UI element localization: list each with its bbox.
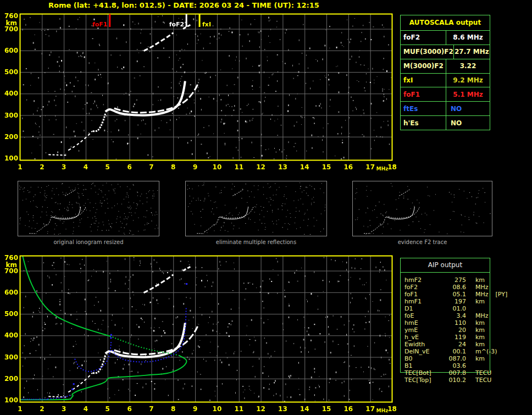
- table-row: TEC[Bot]007.8TECU: [404, 369, 491, 377]
- param-unit: MHz: [475, 312, 489, 319]
- param-label: TEC[Bot]: [404, 369, 444, 377]
- param-unit: km: [475, 298, 485, 305]
- table-row: B103.6: [404, 362, 491, 369]
- param-label: Ewidth: [404, 341, 444, 348]
- table-row: TEC[Top]010.2TECU: [404, 377, 491, 384]
- autoscala-table-rows: foF28.6 MHzMUF(3000)F227.7 MHzM(3000)F23…: [401, 31, 490, 130]
- param-value: 9.2 MHz: [446, 76, 490, 84]
- table-row: ymE20km: [404, 327, 491, 334]
- param-unit: km: [475, 355, 485, 362]
- param-label: hmF1: [404, 298, 444, 305]
- thumbnail-eliminate-reflections: [185, 181, 327, 236]
- param-label: foF1: [401, 87, 446, 101]
- param-label: TEC[Top]: [404, 377, 444, 384]
- param-unit: MHz: [475, 291, 489, 298]
- table-row: hmF1197km: [404, 298, 491, 305]
- param-unit: TECU: [475, 377, 491, 384]
- param-label: ymE: [404, 327, 444, 334]
- param-label: foF2: [401, 31, 446, 45]
- param-value: 20: [444, 327, 466, 334]
- param-value: 01.0: [444, 305, 466, 312]
- table-row: B0087.0km: [404, 355, 491, 362]
- param-unit: km: [475, 341, 485, 348]
- param-label: h_vE: [404, 334, 444, 341]
- table-row: ftEsNO: [401, 102, 490, 116]
- param-value: 275: [444, 276, 466, 284]
- ionogram-plot-top: [0, 10, 398, 173]
- table-row: Ewidth24km: [404, 341, 491, 348]
- param-label: D1: [404, 305, 444, 312]
- param-label: fxI: [401, 74, 446, 87]
- table-row: foF105.1MHz[PY]: [404, 291, 491, 298]
- param-unit: m^(-3): [475, 348, 497, 355]
- param-value: 119: [444, 334, 466, 341]
- thumbnail-caption: eliminate multiple reflections: [185, 239, 327, 245]
- thumbnail-original-ionogram: [18, 181, 159, 236]
- table-row: foF28.6 MHz: [401, 31, 490, 45]
- param-label: foE: [404, 312, 444, 319]
- autoscala-screen: { "header": { "title": "Rome (lat: +41.8…: [0, 0, 532, 415]
- param-value: 08.6: [444, 284, 466, 291]
- param-label: B1: [404, 362, 444, 369]
- param-unit: km: [475, 334, 485, 341]
- aip-table-rows: hmF2275kmfoF208.6MHzfoF105.1MHz[PY]hmF11…: [404, 276, 491, 384]
- param-value: 007.8: [444, 369, 466, 377]
- autoscala-output-table: AUTOSCALA output foF28.6 MHzMUF(3000)F22…: [400, 15, 490, 130]
- thumbnail-evidence-f2-trace: [352, 181, 492, 236]
- window-title: Rome (lat: +41.8, lon: 012.5) - DATE: 20…: [48, 1, 319, 9]
- param-label: hmE: [404, 319, 444, 327]
- param-label: DelN_vE: [404, 348, 444, 355]
- table-row: h'EsNO: [401, 116, 490, 130]
- param-label: h'Es: [401, 116, 446, 130]
- autoscala-table-title: AUTOSCALA output: [401, 15, 490, 31]
- param-value: 24: [444, 341, 466, 348]
- param-label: M(3000)F2: [401, 59, 446, 73]
- param-label: foF1: [404, 291, 444, 298]
- thumbnail-caption: original ionogram resized: [18, 239, 159, 245]
- param-value: 197: [444, 298, 466, 305]
- param-label: hmF2: [404, 276, 444, 284]
- table-row: D101.0: [404, 305, 491, 312]
- param-value: 8.6 MHz: [446, 34, 490, 41]
- aip-table-title: AIP output: [401, 258, 490, 273]
- param-value: 010.2: [444, 377, 466, 384]
- table-row: hmF2275km: [404, 276, 491, 284]
- table-row: fxI9.2 MHz: [401, 74, 490, 88]
- table-row: DelN_vE00.1m^(-3): [404, 348, 491, 355]
- table-row: foF15.1 MHz: [401, 87, 490, 102]
- param-value: 27.7 MHz: [454, 48, 490, 56]
- param-value: NO: [446, 119, 490, 127]
- param-unit: km: [475, 319, 485, 327]
- param-value: 3.4: [444, 312, 466, 319]
- param-label: MUF(3000)F2: [401, 45, 454, 59]
- table-row: hmE110km: [404, 319, 491, 327]
- param-extra: [PY]: [496, 291, 508, 298]
- param-unit: km: [475, 327, 485, 334]
- table-row: foF208.6MHz: [404, 284, 491, 291]
- param-value: 087.0: [444, 355, 466, 362]
- param-label: ftEs: [401, 102, 446, 115]
- param-label: B0: [404, 355, 444, 362]
- table-row: MUF(3000)F227.7 MHz: [401, 45, 490, 59]
- table-row: h_vE119km: [404, 334, 491, 341]
- param-unit: km: [475, 276, 485, 284]
- param-value: NO: [446, 105, 490, 113]
- param-value: 3.22: [446, 62, 490, 70]
- param-value: 00.1: [444, 348, 466, 355]
- param-value: 05.1: [444, 291, 466, 298]
- ionogram-plot-bottom: [0, 252, 398, 415]
- param-label: foF2: [404, 284, 444, 291]
- table-row: foE3.4MHz: [404, 312, 491, 319]
- thumbnail-caption: evidence F2 trace: [352, 239, 492, 245]
- param-value: 110: [444, 319, 466, 327]
- param-unit: TECU: [475, 369, 491, 377]
- param-unit: MHz: [475, 284, 489, 291]
- param-value: 5.1 MHz: [446, 91, 490, 98]
- table-row: M(3000)F23.22: [401, 59, 490, 74]
- param-value: 03.6: [444, 362, 466, 369]
